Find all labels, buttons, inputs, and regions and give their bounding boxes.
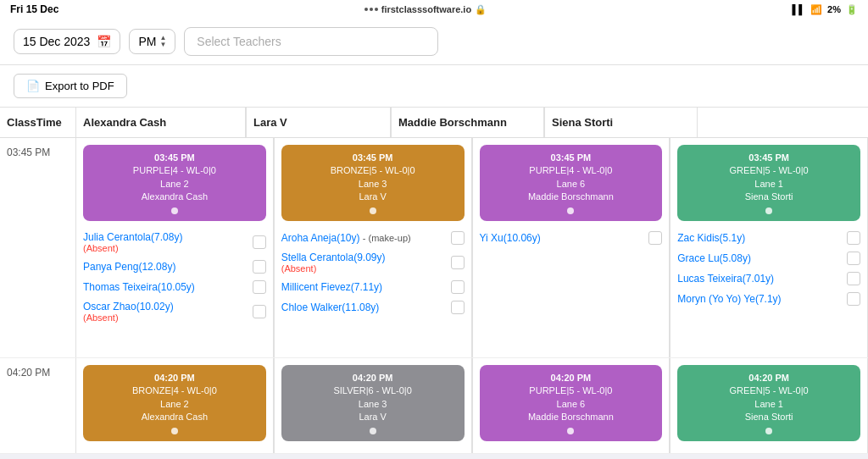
student-checkbox[interactable] bbox=[847, 252, 860, 265]
export-label: Export to PDF bbox=[45, 80, 114, 92]
time-label-2: 04:20 PM bbox=[0, 358, 76, 453]
student-checkbox[interactable] bbox=[253, 280, 266, 294]
card-dot bbox=[567, 428, 574, 434]
teacher-col-2-row-2: 04:20 PM SILVER|6 - WL-0|0 Lane 3 Lara V bbox=[275, 358, 472, 453]
battery-icon: 🔋 bbox=[846, 4, 858, 15]
date-input[interactable]: 15 Dec 2023 📅 bbox=[14, 29, 120, 54]
student-checkbox[interactable] bbox=[847, 231, 860, 245]
class-card-purple-1: 03:45 PM PURPLE|4 - WL-0|0 Lane 2 Alexan… bbox=[83, 145, 266, 221]
teacher-col-3-row-2: 04:20 PM PURPLE|5 - WL-0|0 Lane 6 Maddie… bbox=[473, 358, 670, 453]
card-dot bbox=[567, 207, 574, 214]
student-row: Julia Cerantola(7.08y) (Absent) bbox=[83, 230, 266, 255]
export-icon: 📄 bbox=[26, 80, 40, 92]
col-header-teacher3: Maddie Borschmann bbox=[392, 108, 544, 137]
student-row: Panya Peng(12.08y) bbox=[83, 258, 266, 275]
student-checkbox[interactable] bbox=[253, 260, 266, 274]
student-row: Lucas Teixeira(7.01y) bbox=[677, 270, 860, 287]
status-center: firstclasssoftware.io 🔒 bbox=[364, 4, 487, 15]
class-card-green-2: 04:20 PM GREEN|5 - WL-0|0 Lane 1 Siena S… bbox=[677, 365, 860, 441]
col-header-teacher2: Lara V bbox=[247, 108, 391, 137]
signal-icon: ▌▌ bbox=[793, 4, 806, 14]
student-row: Thomas Teixeira(10.05y) bbox=[83, 279, 266, 296]
time-row-2: 04:20 PM 04:20 PM BRONZE|4 - WL-0|0 Lane… bbox=[0, 358, 868, 454]
col-header-teacher4: Siena Storti bbox=[545, 108, 698, 137]
teacher-col-1-row-1: 03:45 PM PURPLE|4 - WL-0|0 Lane 2 Alexan… bbox=[76, 138, 274, 357]
student-checkbox[interactable] bbox=[847, 292, 860, 306]
date-value: 15 Dec 2023 bbox=[23, 35, 90, 48]
class-card-green-1: 03:45 PM GREEN|5 - WL-0|0 Lane 1 Siena S… bbox=[677, 145, 860, 221]
wifi-icon: 📶 bbox=[810, 4, 822, 15]
calendar-icon[interactable]: 📅 bbox=[97, 35, 111, 48]
student-checkbox[interactable] bbox=[253, 305, 266, 318]
schedule-table: ClassTime Alexandra Cash Lara V Maddie B… bbox=[0, 108, 868, 454]
schedule-header: ClassTime Alexandra Cash Lara V Maddie B… bbox=[0, 108, 868, 138]
card-dot bbox=[171, 428, 178, 434]
period-select[interactable]: PM ▲▼ bbox=[129, 29, 175, 54]
export-bar: 📄 Export to PDF bbox=[0, 65, 868, 108]
lock-icon: 🔒 bbox=[475, 4, 487, 15]
teacher-col-4-row-2: 04:20 PM GREEN|5 - WL-0|0 Lane 1 Siena S… bbox=[670, 358, 868, 453]
col-header-teacher1: Alexandra Cash bbox=[76, 108, 246, 137]
student-checkbox[interactable] bbox=[253, 235, 266, 249]
class-card-purple-3: 04:20 PM PURPLE|5 - WL-0|0 Lane 6 Maddie… bbox=[480, 365, 663, 441]
class-card-silver-1: 04:20 PM SILVER|6 - WL-0|0 Lane 3 Lara V bbox=[281, 365, 465, 441]
card-dot bbox=[370, 207, 376, 214]
card-dot bbox=[765, 207, 772, 214]
period-arrows: ▲▼ bbox=[159, 35, 166, 48]
card-dot bbox=[171, 207, 178, 214]
class-card-bronze-2: 04:20 PM BRONZE|4 - WL-0|0 Lane 2 Alexan… bbox=[83, 365, 266, 441]
student-checkbox[interactable] bbox=[451, 256, 465, 269]
connection-dots bbox=[364, 8, 378, 11]
teacher-col-3-row-1: 03:45 PM PURPLE|4 - WL-0|0 Lane 6 Maddie… bbox=[473, 138, 670, 357]
student-row: Chloe Walker(11.08y) bbox=[281, 299, 465, 316]
student-checkbox[interactable] bbox=[451, 231, 465, 245]
period-value: PM bbox=[138, 35, 156, 48]
student-row: Zac Kidis(5.1y) bbox=[677, 230, 860, 246]
card-dot bbox=[370, 428, 376, 434]
student-checkbox[interactable] bbox=[451, 280, 465, 294]
time-row-1: 03:45 PM 03:45 PM PURPLE|4 - WL-0|0 Lane… bbox=[0, 138, 868, 358]
toolbar: 15 Dec 2023 📅 PM ▲▼ Select Teachers bbox=[0, 19, 868, 65]
student-row: Oscar Zhao(10.02y) (Absent) bbox=[83, 299, 266, 324]
teacher-col-4-row-1: 03:45 PM GREEN|5 - WL-0|0 Lane 1 Siena S… bbox=[670, 138, 868, 357]
class-card-bronze-1: 03:45 PM BRONZE|5 - WL-0|0 Lane 3 Lara V bbox=[281, 145, 465, 221]
student-row: Yi Xu(10.06y) bbox=[480, 230, 663, 246]
status-date: Fri 15 Dec bbox=[10, 3, 58, 15]
teacher-col-1-row-2: 04:20 PM BRONZE|4 - WL-0|0 Lane 2 Alexan… bbox=[76, 358, 274, 453]
website-url: firstclasssoftware.io bbox=[381, 4, 471, 14]
student-row: Grace Lu(5.08y) bbox=[677, 250, 860, 267]
teacher-col-2-row-1: 03:45 PM BRONZE|5 - WL-0|0 Lane 3 Lara V… bbox=[275, 138, 472, 357]
class-card-purple-2: 03:45 PM PURPLE|4 - WL-0|0 Lane 6 Maddie… bbox=[480, 145, 663, 221]
student-row: Aroha Aneja(10y) - (make-up) bbox=[281, 230, 465, 246]
card-dot bbox=[765, 428, 772, 434]
student-row: Stella Cerantola(9.09y) (Absent) bbox=[281, 250, 465, 275]
col-header-time: ClassTime bbox=[0, 108, 76, 137]
student-row: Moryn (Yo Yo) Ye(7.1y) bbox=[677, 290, 860, 307]
student-checkbox[interactable] bbox=[451, 301, 465, 314]
status-right: ▌▌ 📶 2% 🔋 bbox=[793, 4, 859, 15]
student-checkbox[interactable] bbox=[847, 272, 860, 285]
status-bar: Fri 15 Dec firstclasssoftware.io 🔒 ▌▌ 📶 … bbox=[0, 0, 868, 19]
battery-indicator: 2% bbox=[827, 4, 841, 14]
teachers-placeholder: Select Teachers bbox=[197, 35, 281, 48]
teachers-input[interactable]: Select Teachers bbox=[184, 27, 438, 56]
student-checkbox[interactable] bbox=[648, 231, 662, 245]
export-pdf-button[interactable]: 📄 Export to PDF bbox=[14, 74, 127, 98]
student-row: Millicent Fievez(7.11y) bbox=[281, 279, 465, 296]
time-label-1: 03:45 PM bbox=[0, 138, 76, 357]
